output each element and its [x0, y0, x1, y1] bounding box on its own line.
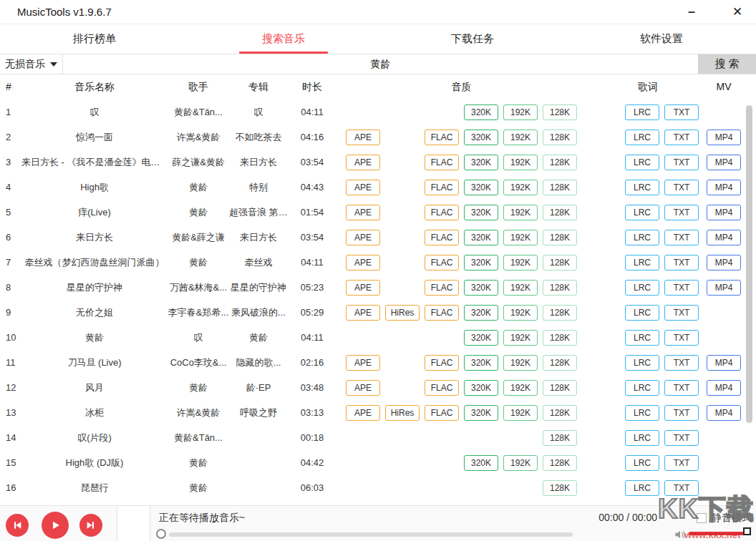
- download-lrc-button[interactable]: LRC: [625, 280, 659, 296]
- download-flac-button[interactable]: FLAC: [425, 405, 459, 421]
- download-192k-button[interactable]: 192K: [503, 380, 538, 396]
- song-row[interactable]: 5痒(Live)黄龄超强音浪 第4...01:54APEFLAC320K192K…: [0, 200, 756, 225]
- play-button[interactable]: [42, 512, 69, 539]
- download-192k-button[interactable]: 192K: [503, 255, 538, 270]
- download-txt-button[interactable]: TXT: [664, 205, 699, 220]
- song-row[interactable]: 15High歌 (DJ版)黄龄04:42320K192K128KLRCTXT: [0, 450, 756, 475]
- download-lrc-button[interactable]: LRC: [625, 180, 659, 195]
- download-txt-button[interactable]: TXT: [664, 480, 699, 496]
- progress-slider-thumb[interactable]: [156, 529, 166, 539]
- download-320k-button[interactable]: 320K: [464, 305, 498, 321]
- song-row[interactable]: 3来日方长 - 《我不是潘金莲》电影...薛之谦&黄龄来日方长03:54APEF…: [0, 150, 756, 175]
- download-ape-button[interactable]: APE: [346, 255, 380, 270]
- vertical-scrollbar[interactable]: [746, 105, 752, 423]
- download-flac-button[interactable]: FLAC: [425, 380, 459, 396]
- download-320k-button[interactable]: 320K: [464, 405, 498, 421]
- download-128k-button[interactable]: 128K: [543, 430, 577, 446]
- download-128k-button[interactable]: 128K: [543, 380, 577, 396]
- song-row[interactable]: 7牵丝戏（梦幻西游盘丝洞门派曲）黄龄牵丝戏04:11APEFLAC320K192…: [0, 250, 756, 275]
- close-button[interactable]: ✕: [722, 0, 753, 23]
- download-192k-button[interactable]: 192K: [503, 104, 538, 120]
- download-txt-button[interactable]: TXT: [664, 104, 699, 120]
- download-txt-button[interactable]: TXT: [664, 305, 699, 321]
- download-320k-button[interactable]: 320K: [464, 104, 498, 120]
- song-row[interactable]: 6来日方长黄龄&薛之谦来日方长03:54APEFLAC320K192K128KL…: [0, 225, 756, 250]
- download-lrc-button[interactable]: LRC: [625, 355, 659, 371]
- tab-download[interactable]: 下载任务: [378, 24, 567, 54]
- tab-search[interactable]: 搜索音乐: [189, 24, 378, 54]
- download-ape-button[interactable]: APE: [346, 230, 380, 245]
- tab-ranking[interactable]: 排行榜单: [0, 24, 189, 54]
- download-flac-button[interactable]: FLAC: [425, 280, 459, 296]
- download-flac-button[interactable]: FLAC: [425, 130, 459, 145]
- download-ape-button[interactable]: APE: [346, 305, 380, 321]
- download-txt-button[interactable]: TXT: [664, 180, 699, 195]
- download-lrc-button[interactable]: LRC: [625, 330, 659, 346]
- download-mp4-button[interactable]: MP4: [707, 355, 741, 371]
- download-mp4-button[interactable]: MP4: [707, 155, 741, 170]
- download-ape-button[interactable]: APE: [346, 205, 380, 220]
- song-row[interactable]: 12风月黄龄龄·EP03:48APEFLAC320K192K128KLRCTXT…: [0, 375, 756, 400]
- mute-checkbox[interactable]: [697, 513, 707, 523]
- download-hires-button[interactable]: HiRes: [385, 405, 420, 421]
- download-txt-button[interactable]: TXT: [664, 355, 699, 371]
- download-128k-button[interactable]: 128K: [543, 280, 577, 296]
- download-ape-button[interactable]: APE: [346, 130, 380, 145]
- download-192k-button[interactable]: 192K: [503, 230, 538, 245]
- minimize-button[interactable]: –: [676, 0, 707, 23]
- song-row[interactable]: 14叹(片段)黄龄&Tǎn...00:18128KLRCTXT: [0, 425, 756, 450]
- download-128k-button[interactable]: 128K: [543, 405, 577, 421]
- download-128k-button[interactable]: 128K: [543, 130, 577, 145]
- download-192k-button[interactable]: 192K: [503, 280, 538, 296]
- download-flac-button[interactable]: FLAC: [425, 255, 459, 270]
- source-dropdown[interactable]: 无损音乐: [0, 54, 63, 74]
- song-row[interactable]: 2惊鸿一面许嵩&黄龄不如吃茶去04:16APEFLAC320K192K128KL…: [0, 125, 756, 150]
- download-128k-button[interactable]: 128K: [543, 455, 577, 471]
- download-lrc-button[interactable]: LRC: [625, 255, 659, 270]
- download-192k-button[interactable]: 192K: [503, 180, 538, 195]
- previous-track-button[interactable]: [6, 514, 29, 537]
- download-mp4-button[interactable]: MP4: [707, 205, 741, 220]
- download-320k-button[interactable]: 320K: [464, 155, 498, 170]
- download-flac-button[interactable]: FLAC: [425, 355, 459, 371]
- tab-settings[interactable]: 软件设置: [567, 24, 756, 54]
- download-lrc-button[interactable]: LRC: [625, 430, 659, 446]
- download-lrc-button[interactable]: LRC: [625, 380, 659, 396]
- download-128k-button[interactable]: 128K: [543, 480, 577, 496]
- song-row[interactable]: 8星星的守护神万茜&林海&...星星的守护神05:23APEFLAC320K19…: [0, 275, 756, 300]
- download-flac-button[interactable]: FLAC: [425, 180, 459, 195]
- download-txt-button[interactable]: TXT: [664, 430, 699, 446]
- download-320k-button[interactable]: 320K: [464, 230, 498, 245]
- download-320k-button[interactable]: 320K: [464, 380, 498, 396]
- download-192k-button[interactable]: 192K: [503, 355, 538, 371]
- download-320k-button[interactable]: 320K: [464, 280, 498, 296]
- download-192k-button[interactable]: 192K: [503, 130, 538, 145]
- download-320k-button[interactable]: 320K: [464, 355, 498, 371]
- download-128k-button[interactable]: 128K: [543, 305, 577, 321]
- download-lrc-button[interactable]: LRC: [625, 230, 659, 245]
- download-lrc-button[interactable]: LRC: [625, 480, 659, 496]
- progress-slider-track[interactable]: [169, 532, 573, 537]
- download-mp4-button[interactable]: MP4: [707, 180, 741, 195]
- download-ape-button[interactable]: APE: [346, 155, 380, 170]
- download-mp4-button[interactable]: MP4: [707, 280, 741, 296]
- download-txt-button[interactable]: TXT: [664, 230, 699, 245]
- download-128k-button[interactable]: 128K: [543, 230, 577, 245]
- download-mp4-button[interactable]: MP4: [707, 380, 741, 396]
- download-flac-button[interactable]: FLAC: [425, 230, 459, 245]
- song-row[interactable]: 9无价之姐李宇春&郑希...乘风破浪的...05:29APEHiResFLAC3…: [0, 300, 756, 325]
- download-flac-button[interactable]: FLAC: [425, 305, 459, 321]
- search-input[interactable]: [63, 54, 698, 74]
- download-lrc-button[interactable]: LRC: [625, 155, 659, 170]
- download-txt-button[interactable]: TXT: [664, 255, 699, 270]
- song-row[interactable]: 16琵琶行黄龄06:03128KLRCTXT: [0, 475, 756, 500]
- download-txt-button[interactable]: TXT: [664, 155, 699, 170]
- download-128k-button[interactable]: 128K: [543, 155, 577, 170]
- download-320k-button[interactable]: 320K: [464, 330, 498, 346]
- download-ape-button[interactable]: APE: [346, 180, 380, 195]
- download-ape-button[interactable]: APE: [346, 355, 380, 371]
- download-txt-button[interactable]: TXT: [664, 280, 699, 296]
- song-row[interactable]: 1叹黄龄&Tǎn...叹04:11320K192K128KLRCTXT: [0, 99, 756, 125]
- next-track-button[interactable]: [79, 514, 102, 537]
- download-192k-button[interactable]: 192K: [503, 455, 538, 471]
